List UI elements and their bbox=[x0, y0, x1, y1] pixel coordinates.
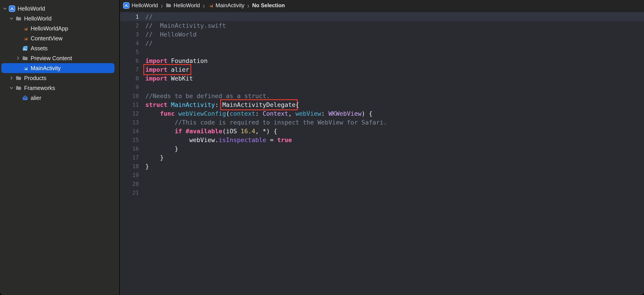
project-tree: HelloWorldHelloWorldHelloWorldAppContent… bbox=[0, 4, 119, 103]
code-line-11[interactable]: 11struct MainActivity: MainActivityDeleg… bbox=[120, 100, 644, 109]
line-number[interactable]: 12 bbox=[120, 111, 139, 117]
code-line-15[interactable]: 15 webView.isInspectable = true bbox=[120, 136, 644, 144]
chevron-down-icon[interactable] bbox=[2, 6, 8, 12]
line-number[interactable]: 13 bbox=[120, 119, 139, 126]
code-line-17[interactable]: 17 } bbox=[120, 153, 644, 162]
code-token: MainActivity bbox=[171, 101, 215, 108]
code-text: } bbox=[145, 163, 149, 170]
code-line-9[interactable]: 9 bbox=[120, 83, 644, 92]
code-line-18[interactable]: 18} bbox=[120, 162, 644, 171]
code-line-16[interactable]: 16 } bbox=[120, 144, 644, 153]
code-line-2[interactable]: 2// MainActivity.swift bbox=[120, 21, 644, 30]
code-token: MainActivityDelegate bbox=[222, 101, 296, 108]
code-line-20[interactable]: 20 bbox=[120, 179, 644, 188]
breadcrumb-item-helloworld[interactable]: HelloWorld bbox=[123, 2, 158, 9]
sidebar-item-products[interactable]: Products bbox=[1, 73, 114, 83]
line-number[interactable]: 1 bbox=[120, 14, 139, 20]
sidebar-item-assets[interactable]: Assets bbox=[1, 43, 114, 53]
line-number[interactable]: 16 bbox=[120, 146, 139, 152]
code-line-1[interactable]: 1// bbox=[120, 13, 644, 21]
code-token: { bbox=[296, 101, 299, 108]
line-number[interactable]: 8 bbox=[120, 75, 139, 82]
line-number[interactable]: 7 bbox=[120, 67, 139, 73]
line-number[interactable]: 15 bbox=[120, 137, 139, 143]
jump-bar: HelloWorld›HelloWorld›MainActivity›No Se… bbox=[120, 0, 644, 11]
chevron-down-icon[interactable] bbox=[8, 15, 15, 22]
code-token bbox=[168, 101, 171, 108]
sidebar-item-frameworks[interactable]: Frameworks bbox=[1, 83, 114, 93]
sidebar-item-preview-content[interactable]: Preview Content bbox=[1, 53, 114, 63]
code-line-5[interactable]: 5 bbox=[120, 48, 644, 56]
code-text: //This code is required to inspect the W… bbox=[145, 119, 387, 126]
code-token: //Needs to be defined as a struct. bbox=[145, 93, 270, 100]
swift-icon bbox=[208, 3, 214, 8]
folder-icon bbox=[15, 15, 22, 22]
code-line-13[interactable]: 13 //This code is required to inspect th… bbox=[120, 118, 644, 127]
line-number[interactable]: 4 bbox=[120, 40, 139, 47]
sidebar-item-label: MainActivity bbox=[31, 65, 60, 72]
code-line-19[interactable]: 19 bbox=[120, 171, 644, 179]
error-highlight-box: import alier bbox=[145, 66, 189, 73]
line-number[interactable]: 6 bbox=[120, 58, 139, 64]
chevron-down-icon[interactable] bbox=[8, 85, 15, 91]
code-token: context bbox=[230, 110, 255, 117]
line-number[interactable]: 3 bbox=[120, 31, 139, 38]
sidebar-item-contentview[interactable]: ContentView bbox=[1, 33, 114, 43]
app-icon bbox=[9, 6, 15, 12]
line-number[interactable]: 21 bbox=[120, 190, 139, 196]
line-number[interactable]: 5 bbox=[120, 49, 139, 55]
code-line-14[interactable]: 14 if #available(iOS 16.4, *) { bbox=[120, 127, 644, 136]
code-line-6[interactable]: 6import Foundation bbox=[120, 56, 644, 65]
code-token: ( bbox=[226, 110, 230, 117]
chevron-right-icon[interactable] bbox=[15, 55, 21, 61]
code-editor[interactable]: 1//2// MainActivity.swift3// HelloWorld4… bbox=[120, 12, 644, 295]
sidebar-item-helloworldapp[interactable]: HelloWorldApp bbox=[1, 24, 114, 33]
sidebar-item-alier[interactable]: alier bbox=[1, 93, 114, 103]
folder-icon bbox=[16, 16, 22, 22]
code-line-21[interactable]: 21 bbox=[120, 188, 644, 197]
breadcrumb-item-helloworld[interactable]: HelloWorld bbox=[166, 2, 200, 9]
code-token: // bbox=[145, 40, 153, 47]
breadcrumb-label: MainActivity bbox=[216, 2, 244, 9]
line-number[interactable]: 11 bbox=[120, 102, 139, 108]
code-token: // MainActivity.swift bbox=[145, 22, 226, 29]
chevron-right-icon bbox=[9, 76, 14, 81]
swift-icon bbox=[22, 36, 28, 42]
code-token: Context bbox=[262, 110, 288, 117]
app-icon bbox=[8, 5, 15, 12]
line-number[interactable]: 9 bbox=[120, 84, 139, 90]
code-token: import bbox=[145, 57, 168, 64]
sidebar-item-helloworld[interactable]: HelloWorld bbox=[1, 14, 114, 24]
code-line-4[interactable]: 4// bbox=[120, 39, 644, 48]
line-number[interactable]: 19 bbox=[120, 172, 139, 178]
line-number[interactable]: 2 bbox=[120, 23, 139, 29]
line-number[interactable]: 20 bbox=[120, 181, 139, 187]
sidebar-item-helloworld[interactable]: HelloWorld bbox=[1, 4, 114, 14]
sidebar-item-mainactivity[interactable]: MainActivity bbox=[1, 63, 114, 73]
code-text: import WebKit bbox=[145, 75, 193, 82]
code-text: import alier bbox=[145, 66, 189, 73]
line-number[interactable]: 10 bbox=[120, 93, 139, 99]
code-token: #available bbox=[186, 128, 222, 135]
project-navigator: HelloWorldHelloWorldHelloWorldAppContent… bbox=[0, 0, 119, 295]
swift-icon bbox=[208, 3, 214, 8]
code-line-3[interactable]: 3// HelloWorld bbox=[120, 30, 644, 39]
app-icon bbox=[123, 2, 130, 9]
code-lines: 1//2// MainActivity.swift3// HelloWorld4… bbox=[120, 13, 644, 197]
line-number[interactable]: 14 bbox=[120, 128, 139, 134]
code-text: //Needs to be defined as a struct. bbox=[145, 93, 270, 100]
breadcrumb-item-mainactivity[interactable]: MainActivity bbox=[208, 2, 244, 9]
sidebar-item-label: HelloWorld bbox=[18, 6, 45, 12]
breadcrumb-item-no-selection[interactable]: No Selection bbox=[252, 2, 285, 9]
code-token: WebKit bbox=[168, 75, 193, 82]
code-line-12[interactable]: 12 func webViewConfig(context: Context, … bbox=[120, 109, 644, 118]
line-number[interactable]: 17 bbox=[120, 154, 139, 161]
code-token: } bbox=[145, 154, 164, 161]
code-line-7[interactable]: 7import alier bbox=[120, 65, 644, 74]
code-token: webView bbox=[296, 110, 321, 117]
line-number[interactable]: 18 bbox=[120, 163, 139, 170]
code-text: struct MainActivity: MainActivityDelegat… bbox=[145, 101, 299, 108]
chevron-right-icon[interactable] bbox=[8, 75, 15, 81]
code-line-10[interactable]: 10//Needs to be defined as a struct. bbox=[120, 92, 644, 100]
code-line-8[interactable]: 8import WebKit bbox=[120, 74, 644, 83]
